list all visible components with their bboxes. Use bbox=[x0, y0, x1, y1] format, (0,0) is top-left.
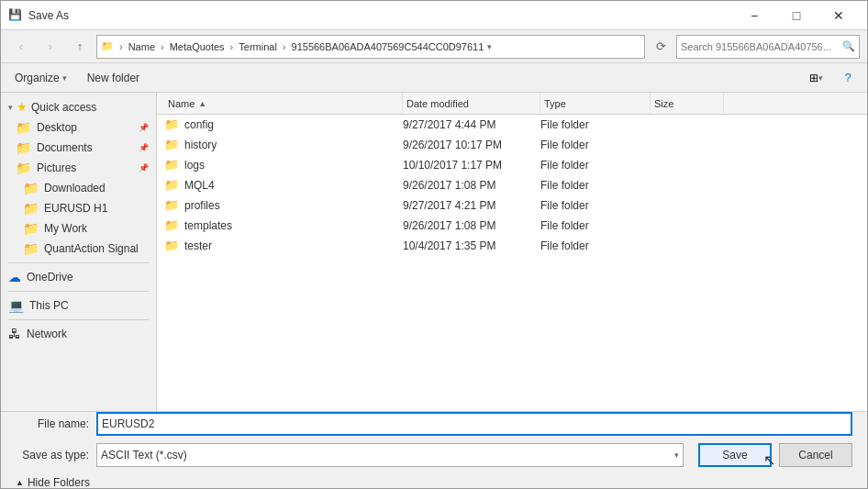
view-button[interactable]: ⊞▾ bbox=[803, 66, 829, 90]
mywork-folder-icon: 📁 bbox=[23, 221, 39, 236]
filetype-row: Save as type: ASCII Text (*.csv) ▾ Save … bbox=[16, 443, 852, 467]
file-row-logs[interactable]: 📁 logs 10/10/2017 1:17 PM File folder bbox=[157, 155, 867, 175]
file-list-header: Name ▲ Date modified Type Size bbox=[157, 93, 867, 115]
organize-button[interactable]: Organize ▾ bbox=[8, 66, 73, 90]
eurusd-folder-icon: 📁 bbox=[23, 201, 39, 216]
hide-folders-row: ▲ Hide Folders bbox=[16, 476, 852, 489]
file-cell-type-history: File folder bbox=[540, 139, 651, 151]
filename-label: File name: bbox=[16, 417, 89, 430]
sidebar-item-eurusd[interactable]: 📁 EURUSD H1 bbox=[1, 198, 156, 218]
address-toolbar: ‹ › ↑ 📁 › Name › MetaQuotes › Terminal ›… bbox=[1, 30, 867, 63]
filetype-select[interactable]: ASCII Text (*.csv) ▾ bbox=[96, 443, 684, 467]
cursor-indicator: ↖ bbox=[763, 451, 775, 469]
col-header-type[interactable]: Type bbox=[540, 93, 651, 114]
sidebar-item-pictures[interactable]: 📁 Pictures 📌 bbox=[1, 158, 156, 178]
col-header-date[interactable]: Date modified bbox=[403, 93, 540, 114]
address-dropdown-arrow[interactable]: ▾ bbox=[487, 42, 492, 51]
col-header-name[interactable]: Name ▲ bbox=[164, 93, 403, 114]
col-header-size[interactable]: Size bbox=[651, 93, 724, 114]
file-row-history[interactable]: 📁 history 9/26/2017 10:17 PM File folder bbox=[157, 135, 867, 155]
file-cell-date-tester: 10/4/2017 1:35 PM bbox=[403, 239, 540, 252]
sidebar: ▾ ★ Quick access 📁 Desktop 📌 📁 Documents… bbox=[1, 93, 157, 411]
save-label: Save bbox=[722, 449, 747, 461]
breadcrumb-terminal: Terminal bbox=[239, 41, 277, 52]
cancel-button[interactable]: Cancel bbox=[779, 443, 852, 467]
col-size-label: Size bbox=[654, 98, 673, 109]
quick-access-section[interactable]: ▾ ★ Quick access bbox=[1, 96, 156, 117]
col-type-label: Type bbox=[544, 98, 566, 109]
hide-folders-button[interactable]: ▲ Hide Folders bbox=[16, 476, 852, 489]
file-cell-type-config: File folder bbox=[540, 118, 651, 131]
breadcrumb-roaming[interactable]: Name bbox=[128, 41, 155, 52]
up-button[interactable]: ↑ bbox=[67, 34, 93, 60]
pictures-folder-icon: 📁 bbox=[16, 161, 31, 175]
dialog-icon: 💾 bbox=[8, 8, 23, 23]
sidebar-item-quantaction[interactable]: 📁 QuantAction Signal bbox=[1, 239, 156, 259]
sidebar-item-downloaded-label: Downloaded bbox=[44, 182, 106, 194]
minimize-button[interactable]: − bbox=[733, 1, 775, 30]
filetype-label: Save as type: bbox=[16, 449, 89, 461]
file-list: 📁 config 9/27/2017 4:44 PM File folder 📁… bbox=[157, 115, 867, 411]
file-row-mql4[interactable]: 📁 MQL4 9/26/2017 1:08 PM File folder bbox=[157, 175, 867, 195]
organize-label: Organize bbox=[15, 72, 60, 84]
search-input[interactable] bbox=[681, 41, 840, 52]
file-name-templates: templates bbox=[184, 219, 232, 232]
onedrive-icon: ☁ bbox=[8, 270, 21, 284]
desktop-pin-icon: 📌 bbox=[139, 123, 149, 132]
file-name-tester: tester bbox=[184, 239, 212, 252]
sidebar-item-downloaded[interactable]: 📁 Downloaded bbox=[1, 178, 156, 198]
sidebar-item-network[interactable]: 🖧 Network bbox=[1, 324, 156, 344]
folder-icon-mql4: 📁 bbox=[164, 178, 179, 192]
sidebar-item-mywork[interactable]: 📁 My Work bbox=[1, 218, 156, 239]
folder-icon-logs: 📁 bbox=[164, 158, 179, 172]
breadcrumb-guid: 915566BA06ADA407569C544CC0D97611 bbox=[292, 41, 484, 52]
content-area: ▾ ★ Quick access 📁 Desktop 📌 📁 Documents… bbox=[1, 93, 867, 411]
new-folder-button[interactable]: New folder bbox=[81, 66, 146, 90]
back-button[interactable]: ‹ bbox=[8, 34, 34, 60]
file-name-logs: logs bbox=[184, 159, 205, 172]
refresh-button[interactable]: ⟳ bbox=[649, 35, 673, 59]
file-cell-name-profiles: 📁 profiles bbox=[164, 198, 403, 212]
file-cell-date-profiles: 9/27/2017 4:21 PM bbox=[403, 199, 540, 212]
desktop-folder-icon: 📁 bbox=[16, 120, 31, 135]
sidebar-item-thispc[interactable]: 💻 This PC bbox=[1, 295, 156, 316]
file-row-config[interactable]: 📁 config 9/27/2017 4:44 PM File folder bbox=[157, 115, 867, 135]
file-cell-name-config: 📁 config bbox=[164, 117, 403, 131]
file-cell-date-logs: 10/10/2017 1:17 PM bbox=[403, 159, 540, 172]
address-bar[interactable]: 📁 › Name › MetaQuotes › Terminal › 91556… bbox=[96, 35, 645, 59]
search-icon: 🔍 bbox=[842, 40, 855, 52]
sidebar-item-quantaction-label: QuantAction Signal bbox=[44, 242, 139, 255]
filename-input[interactable] bbox=[96, 412, 852, 436]
maximize-button[interactable]: □ bbox=[775, 1, 818, 30]
file-row-tester[interactable]: 📁 tester 10/4/2017 1:35 PM File folder bbox=[157, 236, 867, 256]
title-bar: 💾 Save As − □ ✕ bbox=[1, 1, 867, 30]
sidebar-divider-3 bbox=[8, 319, 149, 320]
file-cell-name-templates: 📁 templates bbox=[164, 218, 403, 232]
folder-icon-profiles: 📁 bbox=[164, 198, 179, 212]
search-box[interactable]: 🔍 bbox=[676, 35, 860, 59]
file-cell-name-tester: 📁 tester bbox=[164, 239, 403, 252]
breadcrumb-sep-3: › bbox=[283, 41, 286, 52]
quick-access-label: Quick access bbox=[31, 101, 96, 114]
file-row-profiles[interactable]: 📁 profiles 9/27/2017 4:21 PM File folder bbox=[157, 195, 867, 216]
window-controls: − □ ✕ bbox=[733, 1, 860, 30]
quick-access-star-icon: ★ bbox=[17, 100, 28, 114]
sidebar-item-desktop-label: Desktop bbox=[37, 121, 77, 134]
pictures-pin-icon: 📌 bbox=[139, 163, 149, 172]
save-button[interactable]: Save ↖ bbox=[698, 443, 772, 467]
help-button[interactable]: ? bbox=[836, 66, 860, 90]
file-cell-date-mql4: 9/26/2017 1:08 PM bbox=[403, 179, 540, 192]
second-toolbar: Organize ▾ New folder ⊞▾ ? bbox=[1, 63, 867, 93]
close-button[interactable]: ✕ bbox=[818, 1, 860, 30]
file-cell-type-mql4: File folder bbox=[540, 179, 651, 192]
file-row-templates[interactable]: 📁 templates 9/26/2017 1:08 PM File folde… bbox=[157, 216, 867, 236]
hide-folders-arrow: ▲ bbox=[16, 478, 24, 487]
file-cell-name-logs: 📁 logs bbox=[164, 158, 403, 172]
folder-icon-templates: 📁 bbox=[164, 218, 179, 232]
sidebar-item-onedrive[interactable]: ☁ OneDrive bbox=[1, 267, 156, 287]
sidebar-item-documents[interactable]: 📁 Documents 📌 bbox=[1, 138, 156, 158]
sidebar-item-desktop[interactable]: 📁 Desktop 📌 bbox=[1, 117, 156, 138]
forward-button[interactable]: › bbox=[38, 34, 63, 60]
sidebar-item-thispc-label: This PC bbox=[29, 299, 69, 312]
breadcrumb-folder-icon: 📁 bbox=[101, 40, 114, 52]
